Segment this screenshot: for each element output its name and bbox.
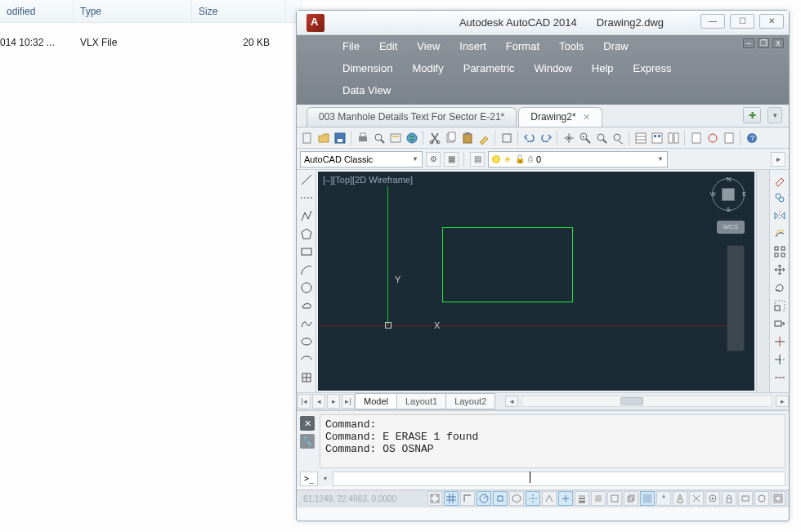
design-center-icon[interactable] bbox=[650, 131, 665, 145]
mdi-close-button[interactable]: x bbox=[772, 38, 784, 48]
zoom-previous-icon[interactable] bbox=[611, 131, 625, 145]
menu-format[interactable]: Format bbox=[496, 35, 549, 57]
quickcalc-icon[interactable] bbox=[722, 131, 736, 145]
workspace-switching-icon[interactable] bbox=[705, 491, 720, 506]
mirror-icon[interactable] bbox=[772, 208, 788, 224]
menu-view[interactable]: View bbox=[407, 35, 450, 57]
tab-first-button[interactable]: |◂ bbox=[298, 394, 311, 409]
toolbar-lock-icon[interactable] bbox=[722, 491, 736, 506]
maximize-button[interactable]: ☐ bbox=[730, 14, 754, 29]
doc-tab-manhole[interactable]: 003 Manhole Details Text For Sector E-21… bbox=[307, 107, 517, 127]
annotation-scale-icon[interactable] bbox=[656, 491, 671, 506]
publish-icon[interactable] bbox=[388, 131, 403, 145]
hscroll-left-button[interactable]: ◂ bbox=[505, 396, 518, 407]
annotation-visibility-icon[interactable] bbox=[673, 491, 687, 506]
column-size[interactable]: Size bbox=[192, 0, 286, 23]
menu-parametric[interactable]: Parametric bbox=[454, 57, 525, 79]
print-preview-icon[interactable] bbox=[372, 131, 387, 145]
array-icon[interactable] bbox=[772, 244, 788, 260]
line-icon[interactable] bbox=[298, 172, 315, 188]
hscroll-right-button[interactable]: ▸ bbox=[776, 396, 789, 407]
menu-modify[interactable]: Modify bbox=[402, 57, 453, 79]
layer-combo[interactable]: ☀ 🔓 ⎙ 0 ▼ bbox=[488, 151, 668, 168]
layer-states-button[interactable]: ▸ bbox=[771, 152, 785, 167]
markup-icon[interactable] bbox=[705, 131, 720, 145]
menu-dimension[interactable]: Dimension bbox=[333, 57, 402, 79]
drawing-viewport[interactable]: [–][Top][2D Wireframe] Y X NSEW WCS bbox=[318, 172, 754, 391]
pan-icon[interactable] bbox=[562, 131, 576, 145]
circle-icon[interactable] bbox=[298, 279, 315, 296]
copy-icon[interactable] bbox=[444, 131, 459, 145]
isolate-objects-icon[interactable] bbox=[754, 491, 769, 506]
open-icon[interactable] bbox=[316, 131, 331, 145]
command-prompt-icon[interactable]: >_ bbox=[300, 472, 318, 486]
model-space-icon[interactable] bbox=[640, 491, 655, 506]
grid-display-icon[interactable] bbox=[444, 491, 459, 506]
cmd-config-button[interactable]: 🔧 bbox=[300, 434, 315, 449]
arc-icon[interactable] bbox=[298, 262, 315, 278]
ortho-mode-icon[interactable] bbox=[460, 491, 475, 506]
command-input[interactable] bbox=[333, 472, 785, 486]
new-icon[interactable] bbox=[300, 131, 315, 145]
rotate-icon[interactable] bbox=[772, 279, 788, 296]
undo-icon[interactable] bbox=[522, 131, 537, 145]
clean-screen-icon[interactable] bbox=[771, 491, 785, 506]
paste-icon[interactable] bbox=[460, 131, 475, 145]
ellipse-icon[interactable] bbox=[298, 333, 315, 350]
rectangle-icon[interactable] bbox=[298, 244, 315, 260]
doc-tab-drawing2[interactable]: Drawing2*✕ bbox=[518, 107, 602, 127]
new-drawing-button[interactable]: ✚ bbox=[743, 107, 761, 123]
command-recent-button[interactable]: ▾ bbox=[321, 472, 329, 486]
object-snap-tracking-icon[interactable] bbox=[526, 491, 540, 506]
polyline-icon[interactable] bbox=[298, 208, 315, 224]
selection-cycling-icon[interactable] bbox=[624, 491, 638, 506]
titlebar[interactable]: Autodesk AutoCAD 2014Drawing2.dwg — ☐ ✕ bbox=[297, 11, 789, 35]
viewcube[interactable]: NSEW bbox=[712, 178, 745, 211]
menu-express[interactable]: Express bbox=[624, 57, 682, 79]
explorer-file-row[interactable]: 014 10:32 ... VLX File 20 KB bbox=[0, 37, 302, 56]
column-modified[interactable]: odified bbox=[0, 0, 74, 23]
navigation-bar[interactable] bbox=[727, 245, 745, 351]
lineweight-icon[interactable] bbox=[575, 491, 589, 506]
stretch-icon[interactable] bbox=[772, 315, 788, 332]
vertical-scrollbar[interactable] bbox=[756, 170, 769, 392]
transparency-icon[interactable] bbox=[591, 491, 606, 506]
column-type[interactable]: Type bbox=[74, 0, 192, 23]
hardware-acceleration-icon[interactable] bbox=[738, 491, 753, 506]
tab-next-button[interactable]: ▸ bbox=[327, 394, 340, 409]
snap-mode-icon[interactable] bbox=[427, 491, 442, 506]
match-properties-icon[interactable] bbox=[477, 131, 491, 145]
extend-icon[interactable] bbox=[772, 351, 788, 368]
menu-dataview[interactable]: Data View bbox=[333, 79, 400, 101]
copy-object-icon[interactable] bbox=[772, 190, 788, 206]
cursor-coordinates[interactable]: 61.1249, 22.4663, 0.0000 bbox=[297, 494, 403, 503]
print-icon[interactable] bbox=[356, 131, 370, 145]
autocad-logo-icon[interactable] bbox=[307, 14, 324, 32]
tab-last-button[interactable]: ▸| bbox=[342, 394, 355, 409]
command-history[interactable]: Command: Command: E ERASE 1 found Comman… bbox=[320, 414, 785, 468]
viewport-label[interactable]: [–][Top][2D Wireframe] bbox=[323, 175, 413, 185]
tool-palettes-icon[interactable] bbox=[666, 131, 681, 145]
menu-help[interactable]: Help bbox=[582, 57, 624, 79]
spline-icon[interactable] bbox=[298, 315, 315, 332]
ellipse-arc-icon[interactable] bbox=[298, 351, 315, 368]
revision-cloud-icon[interactable] bbox=[298, 297, 315, 314]
dynamic-input-icon[interactable] bbox=[558, 491, 573, 506]
help-icon[interactable]: ? bbox=[745, 131, 759, 145]
menu-window[interactable]: Window bbox=[525, 57, 582, 79]
workspace-save-button[interactable]: ▦ bbox=[444, 152, 459, 167]
layout-tab-model[interactable]: Model bbox=[355, 393, 397, 409]
insert-block-icon[interactable] bbox=[298, 369, 315, 386]
tab-close-icon[interactable]: ✕ bbox=[583, 112, 590, 122]
layer-properties-button[interactable]: ▤ bbox=[470, 152, 485, 167]
cmd-close-button[interactable]: ✕ bbox=[300, 416, 315, 431]
close-button[interactable]: ✕ bbox=[759, 14, 784, 29]
menu-draw[interactable]: Draw bbox=[593, 35, 638, 57]
quick-properties-icon[interactable] bbox=[607, 491, 622, 506]
globe-icon[interactable] bbox=[405, 131, 419, 145]
block-editor-icon[interactable] bbox=[499, 131, 514, 145]
menu-insert[interactable]: Insert bbox=[450, 35, 496, 57]
scale-icon[interactable] bbox=[772, 297, 788, 314]
3d-object-snap-icon[interactable] bbox=[509, 491, 524, 506]
tab-prev-button[interactable]: ◂ bbox=[312, 394, 325, 409]
